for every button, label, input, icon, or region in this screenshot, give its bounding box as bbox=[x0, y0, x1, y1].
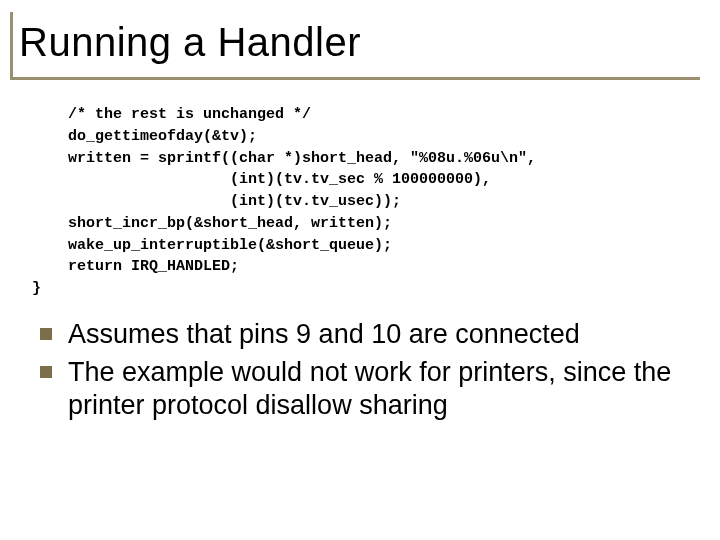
slide-title: Running a Handler bbox=[19, 20, 700, 65]
code-line: /* the rest is unchanged */ bbox=[32, 106, 311, 123]
title-wrap: Running a Handler bbox=[10, 12, 700, 80]
code-line: (int)(tv.tv_sec % 100000000), bbox=[32, 171, 491, 188]
code-line: } bbox=[32, 280, 41, 297]
code-line: written = sprintf((char *)short_head, "%… bbox=[32, 150, 536, 167]
slide-body: /* the rest is unchanged */ do_gettimeof… bbox=[0, 80, 720, 423]
code-line: return IRQ_HANDLED; bbox=[32, 258, 239, 275]
list-item: Assumes that pins 9 and 10 are connected bbox=[38, 318, 690, 352]
bullet-list: Assumes that pins 9 and 10 are connected… bbox=[32, 318, 690, 423]
square-bullet-icon bbox=[40, 366, 52, 378]
list-item: The example would not work for printers,… bbox=[38, 356, 690, 424]
bullet-text: Assumes that pins 9 and 10 are connected bbox=[68, 319, 580, 349]
code-line: wake_up_interruptible(&short_queue); bbox=[32, 237, 392, 254]
code-block: /* the rest is unchanged */ do_gettimeof… bbox=[32, 104, 690, 300]
square-bullet-icon bbox=[40, 328, 52, 340]
code-line: do_gettimeofday(&tv); bbox=[32, 128, 257, 145]
bullet-text: The example would not work for printers,… bbox=[68, 357, 671, 421]
slide: Running a Handler /* the rest is unchang… bbox=[0, 12, 720, 540]
code-line: (int)(tv.tv_usec)); bbox=[32, 193, 401, 210]
code-line: short_incr_bp(&short_head, written); bbox=[32, 215, 392, 232]
